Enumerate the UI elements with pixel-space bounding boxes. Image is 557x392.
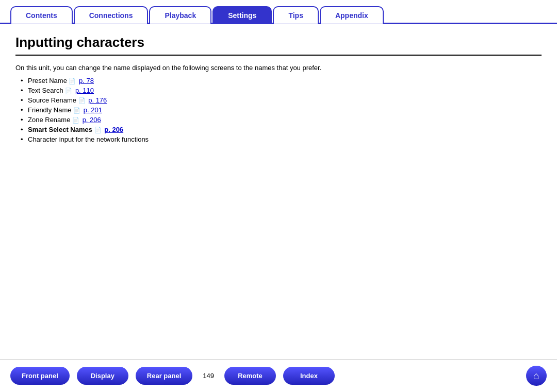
- item-text: Friendly Name: [28, 106, 73, 114]
- ref-icon: 📄: [73, 107, 80, 114]
- item-text-bold: Smart Select Names: [28, 126, 94, 133]
- display-button[interactable]: Display: [77, 367, 128, 385]
- top-nav: Contents Connections Playback Settings T…: [0, 0, 557, 24]
- tab-contents[interactable]: Contents: [10, 6, 73, 24]
- page-number: 149: [203, 372, 214, 380]
- ref-icon: 📄: [94, 127, 102, 133]
- list-item: Smart Select Names 📄 p. 206: [21, 126, 542, 133]
- item-text: Source Rename: [28, 96, 78, 104]
- front-panel-button[interactable]: Front panel: [10, 367, 70, 385]
- ref-icon: 📄: [65, 88, 72, 94]
- ref-icon: 📄: [72, 117, 79, 124]
- list-item: Preset Name 📄 p. 78: [21, 77, 542, 84]
- bottom-nav: Front panel Display Rear panel 149 Remot…: [0, 359, 557, 392]
- tab-playback[interactable]: Playback: [149, 6, 211, 24]
- main-content: Inputting characters On this unit, you c…: [0, 24, 557, 359]
- list-item: Friendly Name 📄 p. 201: [21, 106, 542, 114]
- page-link[interactable]: p. 206: [104, 126, 123, 133]
- list-item: Text Search 📄 p. 110: [21, 87, 542, 94]
- index-button[interactable]: Index: [283, 367, 335, 385]
- item-text: Zone Rename: [28, 116, 72, 124]
- remote-button[interactable]: Remote: [224, 367, 276, 385]
- item-text: Character input for the network function…: [28, 135, 149, 143]
- tab-appendix[interactable]: Appendix: [320, 6, 384, 24]
- home-button[interactable]: ⌂: [526, 366, 547, 386]
- page-link[interactable]: p. 201: [84, 106, 102, 114]
- tab-connections[interactable]: Connections: [74, 6, 149, 24]
- tab-settings[interactable]: Settings: [212, 6, 272, 24]
- page-link[interactable]: p. 110: [75, 87, 94, 94]
- home-icon: ⌂: [533, 370, 539, 381]
- item-text: Preset Name: [28, 77, 69, 84]
- page-link[interactable]: p. 206: [83, 116, 101, 124]
- list-item: Character input for the network function…: [21, 135, 542, 143]
- page-title: Inputting characters: [15, 35, 542, 56]
- item-text: Text Search: [28, 87, 65, 94]
- list-item: Source Rename 📄 p. 176: [21, 96, 542, 104]
- list-item: Zone Rename 📄 p. 206: [21, 116, 542, 124]
- page-link[interactable]: p. 78: [79, 77, 94, 84]
- ref-icon: 📄: [78, 97, 86, 104]
- rear-panel-button[interactable]: Rear panel: [136, 367, 192, 385]
- tab-tips[interactable]: Tips: [273, 6, 319, 24]
- intro-text: On this unit, you can change the name di…: [15, 64, 542, 72]
- feature-list: Preset Name 📄 p. 78 Text Search 📄 p. 110…: [15, 77, 542, 143]
- ref-icon: 📄: [69, 78, 76, 84]
- page-link[interactable]: p. 176: [88, 96, 107, 104]
